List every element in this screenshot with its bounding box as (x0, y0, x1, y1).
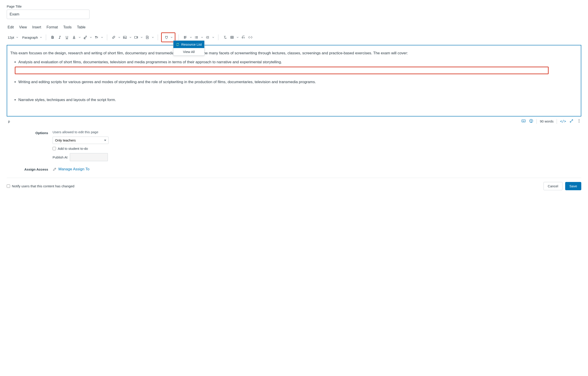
menu-insert[interactable]: Insert (32, 25, 41, 29)
font-size-select[interactable]: 12pt (8, 36, 15, 39)
chevron-down-icon[interactable] (118, 34, 121, 41)
chevron-down-icon[interactable] (170, 34, 174, 41)
svg-point-13 (579, 121, 579, 121)
svg-point-12 (579, 119, 579, 120)
svg-rect-4 (135, 36, 137, 38)
plugin-dropdown: Resource List View All (173, 41, 205, 56)
assign-access-label: Assign Access (21, 167, 48, 171)
menu-format[interactable]: Format (46, 25, 58, 29)
content-bullet[interactable]: Analysis and evaluation of short films, … (18, 59, 578, 65)
svg-rect-9 (522, 120, 526, 122)
publish-at-input[interactable] (70, 153, 108, 161)
chevron-down-icon[interactable] (129, 34, 132, 41)
svg-point-14 (579, 122, 579, 123)
save-button[interactable]: Save (565, 182, 581, 190)
options-label: Options (29, 130, 48, 135)
notify-checkbox[interactable] (7, 184, 10, 188)
assign-access-section: Assign Access Manage Assign To (7, 167, 581, 177)
media-icon[interactable] (133, 34, 139, 41)
block-format-select[interactable]: Paragraph (22, 36, 39, 39)
element-path[interactable]: p (8, 119, 10, 123)
assign-icon (53, 167, 57, 171)
chevron-down-icon[interactable] (89, 34, 93, 41)
editor-toolbar: 12pt Paragraph T2 (7, 32, 581, 44)
clear-format-icon[interactable] (221, 34, 228, 41)
notify-label: Notify users that this content has chang… (12, 184, 74, 188)
page-title-input[interactable] (7, 10, 89, 19)
menu-edit[interactable]: Edit (8, 25, 14, 29)
chevron-down-icon[interactable] (189, 34, 193, 41)
manage-assign-to-link[interactable]: Manage Assign To (53, 167, 89, 171)
underline-icon[interactable] (64, 34, 70, 41)
add-todo-checkbox-row[interactable]: Add to student to-do (53, 147, 109, 150)
chevron-down-icon[interactable] (211, 34, 215, 41)
indent-icon[interactable] (204, 34, 211, 41)
content-bullet[interactable]: Writing and editing scripts for various … (18, 79, 578, 85)
publish-at-label: Publish At (53, 155, 67, 159)
menu-tools[interactable]: Tools (63, 25, 72, 29)
content-paragraph[interactable]: This exam focuses on the design, researc… (10, 50, 578, 56)
annotation-highlight-box (15, 67, 549, 74)
add-todo-label: Add to student to-do (58, 147, 88, 150)
add-todo-checkbox[interactable] (53, 147, 56, 150)
text-color-icon[interactable] (71, 34, 77, 41)
separator (46, 34, 46, 40)
notify-checkbox-row[interactable]: Notify users that this content has chang… (7, 184, 74, 188)
highlight-icon[interactable] (82, 34, 89, 41)
link-icon[interactable] (110, 34, 117, 41)
separator (218, 34, 218, 40)
embed-icon[interactable] (247, 34, 254, 41)
chevron-down-icon[interactable] (200, 34, 204, 41)
editing-roles-select[interactable]: Only teachers (53, 136, 109, 144)
chevron-down-icon[interactable] (236, 34, 240, 41)
keyboard-icon[interactable] (521, 119, 526, 124)
cancel-button[interactable]: Cancel (544, 182, 563, 190)
svg-rect-0 (73, 38, 76, 39)
chevron-down-icon[interactable] (39, 34, 43, 41)
menu-table[interactable]: Table (77, 25, 86, 29)
document-icon[interactable] (144, 34, 151, 41)
superscript-icon[interactable]: T2 (93, 34, 100, 41)
chevron-down-icon[interactable] (100, 34, 104, 41)
separator (536, 119, 537, 124)
bold-icon[interactable] (49, 34, 56, 41)
dropdown-label: Resource List (181, 42, 202, 46)
align-icon[interactable] (182, 34, 189, 41)
equation-icon[interactable] (240, 34, 247, 41)
chevron-down-icon[interactable] (78, 34, 81, 41)
options-section: Options Users allowed to edit this page … (7, 130, 581, 161)
page-title-label: Page Title (7, 4, 581, 8)
dropdown-item-view-all[interactable]: View All (174, 48, 204, 55)
italic-icon[interactable] (56, 34, 63, 41)
chevron-down-icon[interactable] (140, 34, 143, 41)
separator (107, 34, 107, 40)
refresh-icon (176, 43, 179, 46)
html-view-toggle[interactable]: </> (560, 119, 566, 123)
rich-text-editor: Edit View Insert Format Tools Table 12pt… (7, 24, 581, 124)
separator (158, 34, 158, 40)
editor-content[interactable]: This exam focuses on the design, researc… (7, 45, 581, 116)
table-icon[interactable] (229, 34, 235, 41)
editor-statusbar: p 90 words </> (7, 116, 581, 124)
more-icon[interactable] (577, 119, 581, 124)
image-icon[interactable] (121, 34, 128, 41)
accessibility-icon[interactable] (529, 119, 534, 124)
dropdown-label: View All (183, 50, 195, 54)
content-bullet[interactable]: Narrative styles, techniques and layouts… (18, 97, 578, 103)
word-count: 90 words (540, 119, 554, 123)
separator (179, 34, 179, 40)
svg-point-6 (195, 37, 196, 38)
chevron-down-icon[interactable] (15, 34, 19, 41)
menu-view[interactable]: View (19, 25, 27, 29)
assign-link-text: Manage Assign To (58, 167, 89, 171)
fullscreen-icon[interactable] (569, 119, 574, 124)
bullet-list-icon[interactable] (193, 34, 200, 41)
separator (557, 119, 557, 124)
svg-point-11 (531, 120, 532, 120)
plugin-icon[interactable] (163, 34, 170, 41)
dropdown-item-resource-list[interactable]: Resource List (174, 41, 204, 48)
editor-menubar: Edit View Insert Format Tools Table (7, 24, 581, 32)
footer-bar: Notify users that this content has chang… (7, 178, 581, 190)
svg-rect-1 (84, 39, 86, 39)
chevron-down-icon[interactable] (151, 34, 155, 41)
